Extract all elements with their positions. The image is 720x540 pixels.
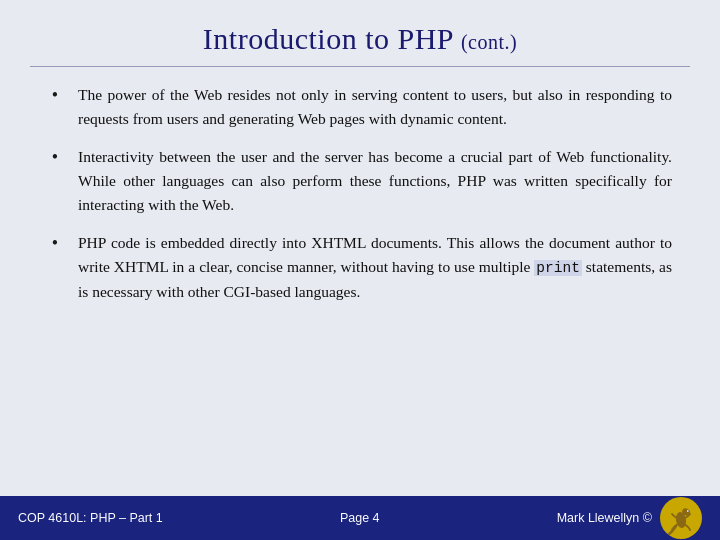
footer-author: Mark Llewellyn © <box>557 511 652 525</box>
title-main: Introduction to PHP <box>203 22 453 55</box>
slide-title: Introduction to PHP (cont.) <box>0 0 720 66</box>
bullet-dot-2: • <box>48 147 62 168</box>
bullet-item-2: • Interactivity between the user and the… <box>48 145 672 217</box>
print-code: print <box>534 260 582 276</box>
title-divider <box>30 66 690 67</box>
logo-svg <box>662 499 700 537</box>
bullet-dot-1: • <box>48 85 62 106</box>
bullet-text-1: The power of the Web resides not only in… <box>78 83 672 131</box>
bullet-item-1: • The power of the Web resides not only … <box>48 83 672 131</box>
bullet-item-3: • PHP code is embedded directly into XHT… <box>48 231 672 304</box>
slide-content: • The power of the Web resides not only … <box>0 73 720 496</box>
title-cont: (cont.) <box>461 31 517 53</box>
bullet-text-2: Interactivity between the user and the s… <box>78 145 672 217</box>
footer-course: COP 4610L: PHP – Part 1 <box>18 511 163 525</box>
slide: Introduction to PHP (cont.) • The power … <box>0 0 720 540</box>
footer-logo <box>660 497 702 539</box>
bullet-text-3: PHP code is embedded directly into XHTML… <box>78 231 672 304</box>
slide-footer: COP 4610L: PHP – Part 1 Page 4 Mark Llew… <box>0 496 720 540</box>
footer-page: Page 4 <box>340 511 380 525</box>
bullet-dot-3: • <box>48 233 62 254</box>
footer-right-group: Mark Llewellyn © <box>557 497 702 539</box>
svg-point-4 <box>688 511 689 512</box>
